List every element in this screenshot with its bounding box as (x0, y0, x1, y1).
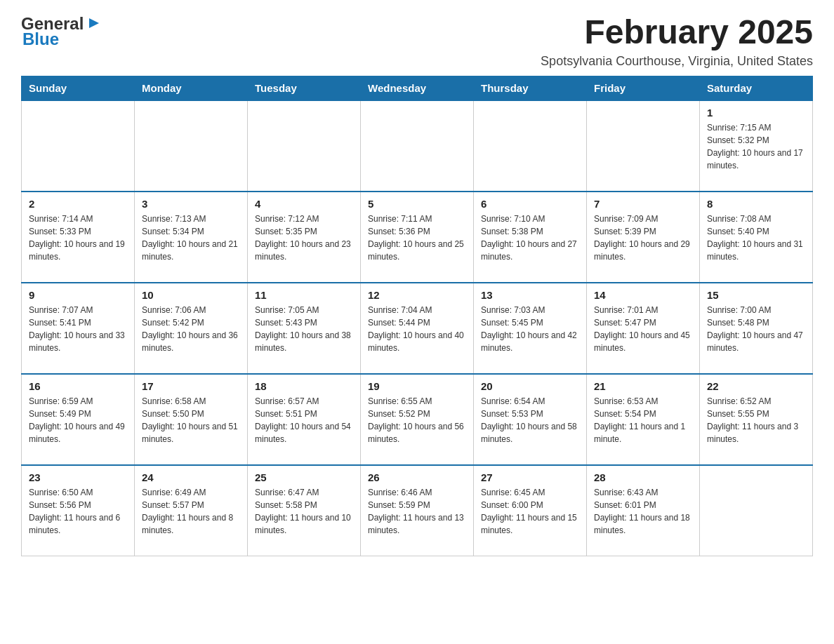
day-info: Sunrise: 6:54 AM Sunset: 5:53 PM Dayligh… (481, 395, 579, 445)
month-title: February 2025 (541, 14, 813, 51)
calendar-cell (474, 100, 587, 192)
calendar-cell (587, 100, 700, 192)
day-info: Sunrise: 7:08 AM Sunset: 5:40 PM Dayligh… (707, 213, 805, 263)
calendar-cell: 8Sunrise: 7:08 AM Sunset: 5:40 PM Daylig… (700, 192, 813, 283)
calendar-cell: 5Sunrise: 7:11 AM Sunset: 5:36 PM Daylig… (361, 192, 474, 283)
calendar-cell: 24Sunrise: 6:49 AM Sunset: 5:57 PM Dayli… (135, 465, 248, 556)
calendar-cell: 10Sunrise: 7:06 AM Sunset: 5:42 PM Dayli… (135, 283, 248, 374)
calendar-cell: 21Sunrise: 6:53 AM Sunset: 5:54 PM Dayli… (587, 374, 700, 465)
day-info: Sunrise: 7:15 AM Sunset: 5:32 PM Dayligh… (707, 121, 805, 172)
day-number: 4 (255, 198, 353, 210)
day-info: Sunrise: 6:43 AM Sunset: 6:01 PM Dayligh… (594, 486, 692, 537)
col-header-thursday: Thursday (474, 76, 587, 100)
title-block: February 2025 Spotsylvania Courthouse, V… (541, 14, 813, 69)
day-info: Sunrise: 7:05 AM Sunset: 5:43 PM Dayligh… (255, 304, 353, 354)
day-info: Sunrise: 6:59 AM Sunset: 5:49 PM Dayligh… (29, 395, 127, 445)
day-info: Sunrise: 7:14 AM Sunset: 5:33 PM Dayligh… (29, 213, 127, 263)
day-info: Sunrise: 6:47 AM Sunset: 5:58 PM Dayligh… (255, 486, 353, 537)
day-info: Sunrise: 7:11 AM Sunset: 5:36 PM Dayligh… (368, 213, 466, 263)
calendar-cell: 1Sunrise: 7:15 AM Sunset: 5:32 PM Daylig… (700, 100, 813, 192)
day-info: Sunrise: 7:01 AM Sunset: 5:47 PM Dayligh… (594, 304, 692, 354)
day-number: 28 (594, 471, 692, 483)
day-number: 16 (29, 380, 127, 392)
day-number: 27 (481, 471, 579, 483)
day-info: Sunrise: 7:13 AM Sunset: 5:34 PM Dayligh… (142, 213, 240, 263)
location-subtitle: Spotsylvania Courthouse, Virginia, Unite… (541, 54, 813, 69)
calendar-cell: 23Sunrise: 6:50 AM Sunset: 5:56 PM Dayli… (22, 465, 135, 556)
calendar-cell (700, 465, 813, 556)
day-info: Sunrise: 6:58 AM Sunset: 5:50 PM Dayligh… (142, 395, 240, 445)
calendar-cell: 3Sunrise: 7:13 AM Sunset: 5:34 PM Daylig… (135, 192, 248, 283)
calendar-cell: 14Sunrise: 7:01 AM Sunset: 5:47 PM Dayli… (587, 283, 700, 374)
day-info: Sunrise: 7:12 AM Sunset: 5:35 PM Dayligh… (255, 213, 353, 263)
day-info: Sunrise: 7:09 AM Sunset: 5:39 PM Dayligh… (594, 213, 692, 263)
calendar-week-row: 23Sunrise: 6:50 AM Sunset: 5:56 PM Dayli… (22, 465, 813, 556)
day-number: 6 (481, 198, 579, 210)
day-number: 18 (255, 380, 353, 392)
calendar-cell: 28Sunrise: 6:43 AM Sunset: 6:01 PM Dayli… (587, 465, 700, 556)
day-number: 13 (481, 289, 579, 301)
day-number: 8 (707, 198, 805, 210)
calendar-cell: 4Sunrise: 7:12 AM Sunset: 5:35 PM Daylig… (248, 192, 361, 283)
day-info: Sunrise: 7:03 AM Sunset: 5:45 PM Dayligh… (481, 304, 579, 354)
calendar-week-row: 16Sunrise: 6:59 AM Sunset: 5:49 PM Dayli… (22, 374, 813, 465)
day-number: 20 (481, 380, 579, 392)
day-number: 11 (255, 289, 353, 301)
calendar-cell: 11Sunrise: 7:05 AM Sunset: 5:43 PM Dayli… (248, 283, 361, 374)
logo-blue: Blue (22, 29, 59, 49)
calendar-table: SundayMondayTuesdayWednesdayThursdayFrid… (21, 76, 813, 557)
day-number: 12 (368, 289, 466, 301)
col-header-tuesday: Tuesday (248, 76, 361, 100)
day-info: Sunrise: 6:57 AM Sunset: 5:51 PM Dayligh… (255, 395, 353, 445)
col-header-friday: Friday (587, 76, 700, 100)
calendar-cell: 18Sunrise: 6:57 AM Sunset: 5:51 PM Dayli… (248, 374, 361, 465)
day-info: Sunrise: 6:49 AM Sunset: 5:57 PM Dayligh… (142, 486, 240, 537)
day-number: 1 (707, 107, 805, 119)
day-number: 17 (142, 380, 240, 392)
logo: General Blue (21, 14, 103, 49)
calendar-week-row: 1Sunrise: 7:15 AM Sunset: 5:32 PM Daylig… (22, 100, 813, 192)
col-header-sunday: Sunday (22, 76, 135, 100)
day-info: Sunrise: 7:06 AM Sunset: 5:42 PM Dayligh… (142, 304, 240, 354)
page-header: General Blue February 2025 Spotsylvania … (21, 14, 813, 69)
day-number: 7 (594, 198, 692, 210)
calendar-cell: 7Sunrise: 7:09 AM Sunset: 5:39 PM Daylig… (587, 192, 700, 283)
calendar-week-row: 2Sunrise: 7:14 AM Sunset: 5:33 PM Daylig… (22, 192, 813, 283)
day-number: 21 (594, 380, 692, 392)
day-number: 14 (594, 289, 692, 301)
day-number: 24 (142, 471, 240, 483)
calendar-cell (22, 100, 135, 192)
day-info: Sunrise: 6:55 AM Sunset: 5:52 PM Dayligh… (368, 395, 466, 445)
calendar-cell: 9Sunrise: 7:07 AM Sunset: 5:41 PM Daylig… (22, 283, 135, 374)
calendar-header-row: SundayMondayTuesdayWednesdayThursdayFrid… (22, 76, 813, 100)
day-number: 9 (29, 289, 127, 301)
svg-marker-0 (89, 18, 99, 28)
calendar-cell: 12Sunrise: 7:04 AM Sunset: 5:44 PM Dayli… (361, 283, 474, 374)
calendar-cell: 16Sunrise: 6:59 AM Sunset: 5:49 PM Dayli… (22, 374, 135, 465)
day-info: Sunrise: 6:45 AM Sunset: 6:00 PM Dayligh… (481, 486, 579, 537)
calendar-cell: 13Sunrise: 7:03 AM Sunset: 5:45 PM Dayli… (474, 283, 587, 374)
day-info: Sunrise: 7:04 AM Sunset: 5:44 PM Dayligh… (368, 304, 466, 354)
day-info: Sunrise: 6:46 AM Sunset: 5:59 PM Dayligh… (368, 486, 466, 537)
calendar-cell: 27Sunrise: 6:45 AM Sunset: 6:00 PM Dayli… (474, 465, 587, 556)
calendar-cell: 17Sunrise: 6:58 AM Sunset: 5:50 PM Dayli… (135, 374, 248, 465)
calendar-cell: 22Sunrise: 6:52 AM Sunset: 5:55 PM Dayli… (700, 374, 813, 465)
day-number: 19 (368, 380, 466, 392)
day-info: Sunrise: 7:00 AM Sunset: 5:48 PM Dayligh… (707, 304, 805, 354)
calendar-cell: 26Sunrise: 6:46 AM Sunset: 5:59 PM Dayli… (361, 465, 474, 556)
day-number: 25 (255, 471, 353, 483)
day-number: 2 (29, 198, 127, 210)
calendar-cell: 2Sunrise: 7:14 AM Sunset: 5:33 PM Daylig… (22, 192, 135, 283)
day-number: 22 (707, 380, 805, 392)
col-header-saturday: Saturday (700, 76, 813, 100)
day-number: 26 (368, 471, 466, 483)
calendar-week-row: 9Sunrise: 7:07 AM Sunset: 5:41 PM Daylig… (22, 283, 813, 374)
day-number: 15 (707, 289, 805, 301)
calendar-cell (361, 100, 474, 192)
calendar-cell: 20Sunrise: 6:54 AM Sunset: 5:53 PM Dayli… (474, 374, 587, 465)
day-info: Sunrise: 7:10 AM Sunset: 5:38 PM Dayligh… (481, 213, 579, 263)
day-number: 23 (29, 471, 127, 483)
day-number: 10 (142, 289, 240, 301)
day-info: Sunrise: 7:07 AM Sunset: 5:41 PM Dayligh… (29, 304, 127, 354)
calendar-cell (248, 100, 361, 192)
